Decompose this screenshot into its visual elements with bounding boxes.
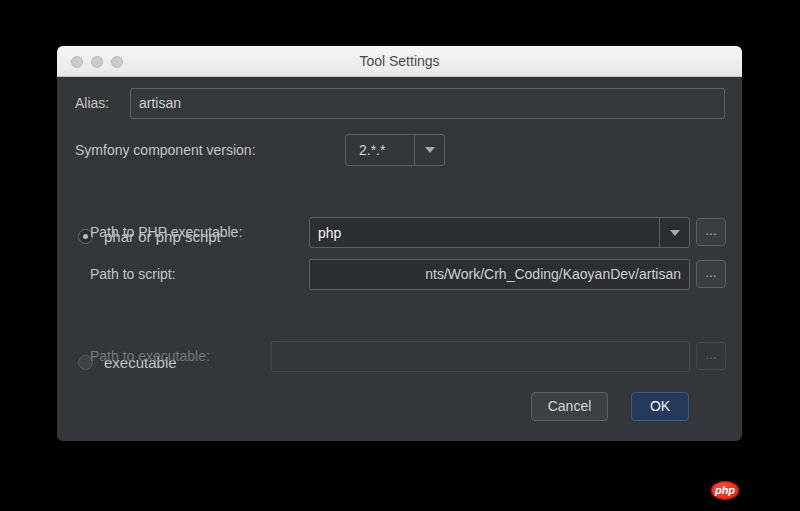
alias-label: Alias: xyxy=(75,88,109,119)
php-logo: php xyxy=(711,481,739,500)
php-executable-dropdown-button[interactable] xyxy=(659,218,689,247)
php-executable-combo[interactable]: php xyxy=(309,217,690,248)
php-executable-value: php xyxy=(310,218,659,247)
executable-path-input xyxy=(271,341,690,372)
symfony-version-select[interactable]: 2.*.* xyxy=(345,134,445,166)
chevron-down-icon xyxy=(670,230,680,236)
script-path-label: Path to script: xyxy=(90,259,176,290)
script-path-input[interactable]: nts/Work/Crh_Coding/KaoyanDev/artisan xyxy=(309,259,690,290)
tool-settings-dialog: Tool Settings Alias: artisan Symfony com… xyxy=(57,46,742,441)
php-executable-label: Path to PHP executable: xyxy=(90,217,242,248)
chevron-down-icon xyxy=(425,147,435,153)
symfony-version-dropdown-button[interactable] xyxy=(414,135,444,165)
script-path-browse-button[interactable]: … xyxy=(696,260,726,288)
alias-input[interactable]: artisan xyxy=(130,88,725,119)
symfony-version-value: 2.*.* xyxy=(346,135,414,165)
php-logo-text: php xyxy=(715,485,735,496)
cancel-button[interactable]: Cancel xyxy=(531,392,608,421)
php-executable-browse-button[interactable]: … xyxy=(696,218,726,246)
window-title: Tool Settings xyxy=(57,46,742,77)
symfony-version-label: Symfony component version: xyxy=(75,134,256,166)
executable-path-label: Path to executable: xyxy=(90,341,210,372)
title-bar: Tool Settings xyxy=(57,46,742,77)
ok-button[interactable]: OK xyxy=(631,392,689,421)
executable-path-browse-button: … xyxy=(696,342,726,370)
